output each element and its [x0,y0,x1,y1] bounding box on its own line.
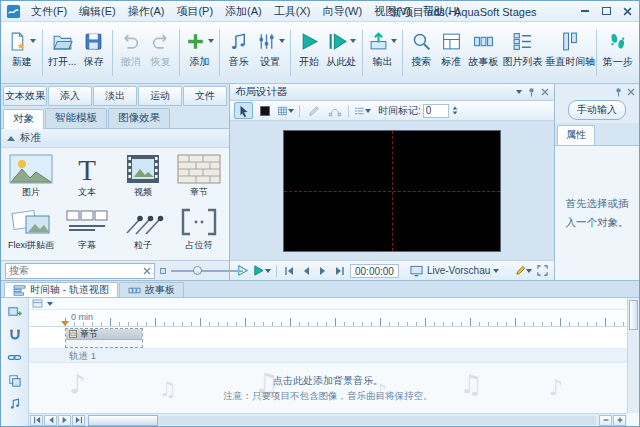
pin-icon[interactable] [614,87,623,97]
tab-fade-in[interactable]: 添入 [48,86,92,106]
undo-button[interactable]: 撤消 [116,25,146,81]
pin-icon[interactable] [527,87,536,97]
minimize-icon[interactable] [576,4,594,18]
music-button[interactable]: 音乐 [223,25,253,81]
skip-start-button[interactable] [282,263,296,279]
edit-button[interactable] [515,263,532,279]
vertical-scrollbar[interactable] [627,298,639,413]
tab-objects[interactable]: 对象 [3,109,44,129]
manual-input-button[interactable]: 手动输入 [568,100,626,120]
timeline-ruler[interactable]: 0 min [29,310,627,327]
slider-thumb[interactable] [193,266,202,275]
play-button[interactable] [252,263,271,279]
scroll-home-icon[interactable] [30,415,43,426]
section-standard[interactable]: 标准 [1,129,229,148]
chevron-down-icon[interactable] [493,269,499,273]
scrollbar-track[interactable] [88,416,596,425]
magnet-snap-button[interactable] [5,326,25,343]
object-item-video[interactable]: 视频 [115,154,171,199]
background-tool-button[interactable] [255,102,274,119]
align-tool-button[interactable] [353,102,372,119]
menu-add[interactable]: 添加(A) [219,1,268,22]
image-list-view-button[interactable]: 图片列表 [501,25,544,81]
music-track-button[interactable] [5,395,25,412]
settings-button[interactable]: 设置 [253,25,287,81]
curve-tool-button[interactable] [304,102,323,119]
link-tracks-button[interactable] [5,349,25,366]
object-item-image[interactable]: 图片 [3,154,59,199]
zoom-in-icon[interactable] [613,415,626,426]
standard-view-button[interactable]: 标准 [436,25,466,81]
scroll-right-icon[interactable] [58,415,71,426]
search-input[interactable] [9,265,141,276]
playhead-marker[interactable] [61,321,69,326]
zoom-out-icon[interactable] [599,415,612,426]
insert-object-button[interactable] [5,303,25,320]
menu-playback[interactable]: 操作(A) [122,1,171,22]
storyboard-view-button[interactable]: 故事板 [466,25,501,81]
scroll-end-icon[interactable] [72,415,85,426]
object-item-chapter[interactable]: 章节 [171,154,227,199]
tab-properties[interactable]: 属性 [557,125,595,145]
object-item-particle[interactable]: 粒子 [115,207,171,252]
vertical-timeline-view-button[interactable]: 垂直时间轴 [544,25,596,81]
new-button[interactable]: 新建 [5,25,39,81]
node-edit-tool-button[interactable] [325,102,344,119]
add-button[interactable]: 添加 [183,25,217,81]
step-forward-button[interactable] [316,263,330,279]
track-name[interactable]: 轨道 1 [69,349,627,362]
menu-tools[interactable]: 工具(X) [268,1,317,22]
scroll-left-icon[interactable] [44,415,57,426]
first-steps-button[interactable]: 第一步 [600,25,635,81]
grid-tool-button[interactable] [276,102,295,119]
tab-text-effects[interactable]: 文本效果 [3,86,47,106]
tab-motion[interactable]: 运动 [138,86,182,106]
pointer-tool-button[interactable] [234,102,253,119]
thumbnail-size-slider[interactable] [171,264,243,278]
track-options-icon[interactable] [32,299,43,308]
close-icon[interactable] [618,4,636,18]
play-from-here-button[interactable]: 从此处 [324,25,359,81]
menu-wizards[interactable]: 向导(W) [316,1,368,22]
timeline-track-row[interactable]: 轨道 1 [29,349,627,363]
time-mark-input[interactable] [423,104,449,118]
chevron-down-icon[interactable] [47,302,53,306]
fit-view-button[interactable] [535,263,549,279]
layers-button[interactable] [5,372,25,389]
maximize-icon[interactable] [597,4,615,18]
close-panel-icon[interactable] [541,88,549,96]
tab-files[interactable]: 文件 [183,86,227,106]
save-button[interactable]: 保存 [79,25,109,81]
start-button[interactable]: 开始 [294,25,324,81]
tab-timeline-track-view[interactable]: 时间轴 - 轨道视图 [4,282,118,297]
search-button[interactable]: 搜索 [406,25,436,81]
zoom-small-icon[interactable] [160,268,166,274]
scrollbar-thumb[interactable] [88,415,158,426]
horizontal-scrollbar[interactable] [29,413,627,426]
menu-file[interactable]: 文件(F) [25,1,73,22]
menu-edit[interactable]: 编辑(E) [73,1,122,22]
scrollbar-thumb[interactable] [629,300,638,330]
tab-storyboard[interactable]: 故事板 [119,282,184,297]
object-item-text[interactable]: T 文本 [59,154,115,199]
timeline-object-row[interactable]: 章节 [29,327,627,349]
redo-button[interactable]: 恢复 [146,25,176,81]
tab-fade-out[interactable]: 淡出 [93,86,137,106]
step-back-button[interactable] [299,263,313,279]
object-item-flexi-collage[interactable]: Flexi拼贴画 [3,207,59,252]
object-item-subtitle[interactable]: 字幕 [59,207,115,252]
tab-image-effects[interactable]: 图像效果 [108,108,170,128]
close-panel-icon[interactable] [627,88,635,96]
output-button[interactable]: 输出 [366,25,400,81]
chapter-object[interactable]: 章节 [65,328,143,348]
object-item-placeholder[interactable]: 占位符 [171,207,227,252]
background-music-track[interactable]: ♪ ♫ ♫ ♪ ♫ ♪ 点击此处添加背景音乐。 注意：只要项目不包含图像，音乐曲… [29,363,627,413]
tab-smart-templates[interactable]: 智能模板 [45,108,107,128]
time-mark-spinner[interactable] [452,106,458,115]
open-button[interactable]: 打开... [46,25,79,81]
skip-end-button[interactable] [333,263,347,279]
preview-mode-label[interactable]: Live-Vorschau [427,265,490,276]
clear-search-icon[interactable] [143,267,151,275]
menu-project[interactable]: 项目(P) [170,1,219,22]
preview-canvas[interactable] [283,130,501,252]
